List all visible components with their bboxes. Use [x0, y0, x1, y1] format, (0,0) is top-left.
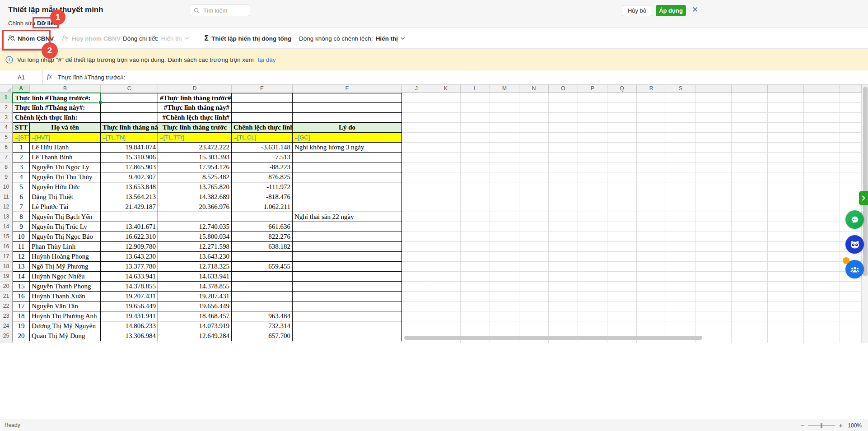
cell[interactable]	[840, 331, 862, 341]
cell[interactable]	[519, 103, 549, 113]
cell[interactable]	[490, 321, 519, 331]
cell[interactable]	[637, 272, 666, 282]
cell[interactable]	[402, 162, 431, 172]
cell[interactable]	[461, 262, 490, 272]
cell[interactable]	[637, 321, 666, 331]
apply-button[interactable]: Áp dụng	[656, 5, 686, 16]
cell[interactable]	[804, 301, 840, 311]
cell[interactable]	[490, 212, 519, 222]
cell[interactable]	[578, 341, 607, 343]
cell[interactable]	[695, 113, 732, 123]
cell[interactable]	[695, 162, 732, 172]
cell[interactable]: 15.310.906	[101, 153, 158, 162]
row-header[interactable]: 11	[0, 192, 13, 202]
cell[interactable]: Nguyễn Thị Trúc Ly	[30, 222, 101, 232]
cell[interactable]: Nghỉ thai sản 22 ngày	[293, 212, 402, 222]
cell[interactable]	[490, 311, 519, 321]
cell[interactable]: 19.431.941	[101, 311, 158, 321]
cell[interactable]	[519, 321, 549, 331]
cell[interactable]	[431, 222, 461, 232]
cell[interactable]	[519, 93, 549, 103]
cell[interactable]: 12.649.284	[158, 331, 232, 341]
cell[interactable]	[578, 222, 607, 232]
cell[interactable]	[549, 113, 578, 123]
cell[interactable]	[431, 133, 461, 143]
cell[interactable]	[461, 192, 490, 202]
cell[interactable]	[461, 123, 490, 133]
cell[interactable]	[293, 153, 402, 162]
cell[interactable]	[666, 301, 695, 311]
cell[interactable]: Nguyễn Thị Thu Thủy	[30, 172, 101, 182]
cell[interactable]	[607, 272, 637, 282]
cell[interactable]	[293, 182, 402, 192]
cell[interactable]	[732, 272, 768, 282]
cell[interactable]	[519, 133, 549, 143]
cell[interactable]	[666, 172, 695, 182]
cell[interactable]	[637, 192, 666, 202]
cell[interactable]	[402, 103, 431, 113]
cell[interactable]	[519, 341, 549, 343]
cell[interactable]	[732, 301, 768, 311]
cell[interactable]	[768, 262, 804, 272]
cell[interactable]	[549, 292, 578, 301]
cell[interactable]	[732, 123, 768, 133]
cell[interactable]: 20	[13, 331, 30, 341]
cell[interactable]: Nguyễn Thị Ngọc Ly	[30, 162, 101, 172]
cell[interactable]: 8.525.482	[158, 172, 232, 182]
cell[interactable]: #Thực lĩnh tháng này#	[158, 103, 232, 113]
cell[interactable]	[549, 232, 578, 242]
cell[interactable]	[732, 252, 768, 262]
cell[interactable]: Nghỉ không lương 3 ngày	[293, 143, 402, 153]
column-header[interactable]: N	[519, 85, 549, 93]
cell[interactable]	[549, 242, 578, 252]
cell[interactable]	[695, 301, 732, 311]
zoom-out-button[interactable]: −	[800, 422, 804, 429]
cell[interactable]	[840, 292, 862, 301]
search-input[interactable]	[202, 7, 243, 14]
cell[interactable]	[804, 292, 840, 301]
cell[interactable]	[578, 242, 607, 252]
cell[interactable]: 12.909.780	[101, 242, 158, 252]
cell[interactable]	[519, 143, 549, 153]
row-header[interactable]: 8	[0, 162, 13, 172]
cell[interactable]	[490, 262, 519, 272]
cell[interactable]	[840, 321, 862, 331]
cell[interactable]	[732, 113, 768, 123]
cell[interactable]	[840, 123, 862, 133]
cell[interactable]	[490, 162, 519, 172]
cell[interactable]	[607, 133, 637, 143]
cell[interactable]	[666, 103, 695, 113]
cell[interactable]	[666, 292, 695, 301]
row-header[interactable]: 15	[0, 232, 13, 242]
cell[interactable]	[293, 341, 402, 343]
row-header[interactable]: 10	[0, 182, 13, 192]
cell[interactable]	[768, 292, 804, 301]
cell[interactable]	[578, 93, 607, 103]
row-header[interactable]: 12	[0, 202, 13, 212]
row-header[interactable]: 7	[0, 153, 13, 162]
cell[interactable]	[695, 232, 732, 242]
cell[interactable]	[232, 103, 293, 113]
cell[interactable]: 12	[13, 252, 30, 262]
cell[interactable]	[461, 252, 490, 262]
cell[interactable]	[293, 331, 402, 341]
cell[interactable]	[293, 252, 402, 262]
cell[interactable]: Dương Thị Mỹ Nguyên	[30, 321, 101, 331]
cell[interactable]	[549, 272, 578, 282]
cell[interactable]	[607, 311, 637, 321]
cell[interactable]	[768, 272, 804, 282]
cell[interactable]: 15.303.393	[158, 153, 232, 162]
cell[interactable]	[490, 153, 519, 162]
cell[interactable]	[804, 242, 840, 252]
cell[interactable]	[695, 272, 732, 282]
cell[interactable]	[804, 192, 840, 202]
cell[interactable]	[840, 192, 862, 202]
cell[interactable]: 2	[13, 153, 30, 162]
column-header[interactable]: Q	[607, 85, 637, 93]
cell[interactable]	[637, 262, 666, 272]
cell[interactable]	[578, 113, 607, 123]
cell[interactable]: Nguyễn Thị Bạch Yến	[30, 212, 101, 222]
cell[interactable]: Chênh lệch thực lĩnh	[232, 123, 293, 133]
cell[interactable]	[578, 123, 607, 133]
cell[interactable]	[666, 311, 695, 321]
